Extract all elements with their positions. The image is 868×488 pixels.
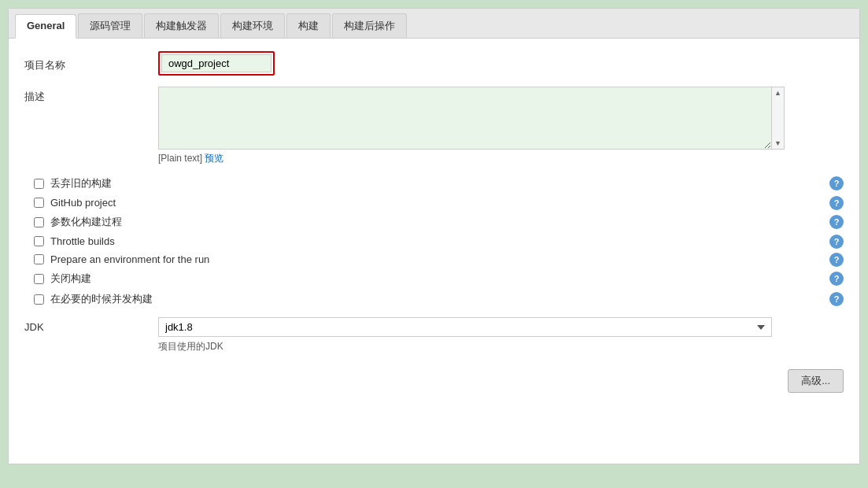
checkbox-concurrent-build[interactable] [34,294,44,305]
description-textarea-wrap: ▲ ▼ [158,87,844,150]
description-hint: [Plain text] 预览 [158,152,844,165]
checkbox-row-4: Prepare an environment for the run ? [34,253,844,265]
jdk-hint: 项目使用的JDK [158,340,844,353]
checkbox-label-throttle-builds[interactable]: Throttle builds [50,235,844,247]
jdk-row: JDK jdk1.8 jdk11 jdk17 [24,317,844,337]
project-name-label: 项目名称 [24,55,158,72]
checkbox-prepare-environment[interactable] [34,254,44,264]
help-icon-6[interactable]: ? [829,292,844,306]
checkbox-row-5: 关闭构建 ? [34,272,844,286]
description-label: 描述 [24,87,158,104]
tab-build-env[interactable]: 构建环境 [220,13,285,38]
project-name-row: 项目名称 [24,51,844,76]
checkbox-row-1: GitHub project ? [34,197,844,209]
project-name-wrapper [158,51,275,76]
advanced-button[interactable]: 高级... [788,369,844,393]
tabs-bar: General 源码管理 构建触发器 构建环境 构建 构建后操作 [9,9,859,39]
help-icon-3[interactable]: ? [829,235,844,249]
help-icon-2[interactable]: ? [829,215,844,229]
help-icon-5[interactable]: ? [829,272,844,286]
tab-general[interactable]: General [15,14,76,39]
checkbox-discard-old-builds[interactable] [34,179,44,189]
description-preview-link[interactable]: 预览 [205,153,223,164]
checkbox-row-2: 参数化构建过程 ? [34,215,844,229]
description-field: ▲ ▼ [Plain text] 预览 [158,87,844,165]
scroll-up-arrow[interactable]: ▲ [774,89,782,97]
description-textarea[interactable] [158,87,772,150]
main-panel: General 源码管理 构建触发器 构建环境 构建 构建后操作 项目名称 描述… [8,8,860,464]
checkbox-throttle-builds[interactable] [34,236,44,246]
checkbox-label-discard-old-builds[interactable]: 丢弃旧的构建 [50,176,844,190]
project-name-input[interactable] [161,54,271,72]
description-row: 描述 ▲ ▼ [Plain text] 预览 [24,83,844,168]
checkbox-label-prepare-environment[interactable]: Prepare an environment for the run [50,253,844,265]
checkbox-label-disable-build[interactable]: 关闭构建 [50,272,844,286]
checkbox-label-parameterized-build[interactable]: 参数化构建过程 [50,215,844,229]
tab-content-general: 项目名称 描述 ▲ ▼ [Plain text] 预览 [9,39,859,464]
help-icon-4[interactable]: ? [829,253,844,267]
tab-post-build[interactable]: 构建后操作 [332,13,407,38]
checkbox-label-github-project[interactable]: GitHub project [50,197,844,209]
checkbox-github-project[interactable] [34,198,44,208]
checkbox-disable-build[interactable] [34,274,44,284]
checkbox-parameterized-build[interactable] [34,217,44,227]
checkbox-row-3: Throttle builds ? [34,235,844,247]
jdk-select-wrapper: jdk1.8 jdk11 jdk17 [158,317,772,337]
checkbox-row-6: 在必要的时候并发构建 ? [34,292,844,306]
description-format: [Plain text] [158,153,202,164]
description-scrollbar: ▲ ▼ [772,87,785,150]
tab-source-mgmt[interactable]: 源码管理 [78,13,142,38]
tab-build[interactable]: 构建 [286,13,331,38]
help-icon-1[interactable]: ? [829,196,844,210]
jdk-select[interactable]: jdk1.8 jdk11 jdk17 [158,317,772,337]
tab-build-trigger[interactable]: 构建触发器 [144,13,219,38]
help-icon-0[interactable]: ? [829,176,844,190]
jdk-label: JDK [24,321,158,333]
checkbox-row-0: 丢弃旧的构建 ? [34,176,844,190]
checkbox-label-concurrent-build[interactable]: 在必要的时候并发构建 [50,292,844,306]
scroll-down-arrow[interactable]: ▼ [774,139,782,147]
checkboxes-section: 丢弃旧的构建 ? GitHub project ? 参数化构建过程 ? Thro… [24,176,844,306]
advanced-btn-row: 高级... [24,369,844,393]
